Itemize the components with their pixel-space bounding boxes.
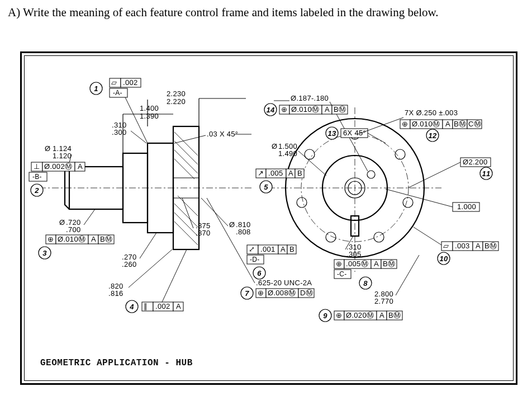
svg-text:Ø.002Ⓜ: Ø.002Ⓜ [44, 162, 72, 171]
svg-line-20 [131, 131, 146, 143]
fcf-pos-008-DM: ⊕ Ø.008Ⓜ DⓂ [256, 289, 314, 298]
svg-text:A: A [288, 169, 293, 177]
svg-text:A: A [445, 120, 450, 128]
fcf-par-002-A: ∥ .002 A [142, 302, 183, 311]
fcf-flat-002: ▱ .002 [110, 78, 141, 87]
bubble-6: 6 [257, 269, 262, 277]
dim-260-l: .260 [122, 260, 137, 268]
svg-line-2 [174, 132, 198, 155]
svg-text:▱: ▱ [443, 242, 449, 250]
svg-line-48 [162, 249, 187, 302]
dim-2770-l: 2.770 [374, 297, 393, 305]
dim-370-l: .370 [196, 229, 211, 237]
svg-line-88 [368, 133, 386, 143]
dim-808-l: .808 [236, 228, 251, 236]
svg-text:⊥: ⊥ [34, 162, 40, 171]
datum-B: -B- [32, 173, 42, 181]
fcf-runout-005-A-B: ↗ .005 A B [256, 169, 304, 178]
fcf-pos-010-A-BM-CM: ⊕ Ø.010Ⓜ A BⓂ CⓂ [400, 120, 482, 129]
svg-point-68 [374, 232, 384, 242]
bubble-12: 12 [428, 131, 437, 140]
svg-text:A: A [325, 105, 330, 114]
datum-D: -D- [250, 256, 260, 263]
fcf-total-runout-001-A-B: ⤢ .001 A B [247, 245, 296, 254]
svg-text:BⓂ: BⓂ [388, 311, 401, 319]
drawing-svg-container: 2.230 2.220 1.400 1.390 .310 .300 Ø 1.12… [28, 59, 510, 374]
dim-1124-u: Ø [45, 144, 50, 153]
bubble-13: 13 [327, 129, 336, 138]
bubble-3: 3 [42, 249, 47, 257]
dim-816-l: .816 [108, 289, 124, 298]
bubble-1: 1 [94, 84, 98, 93]
svg-text:⊕: ⊕ [336, 260, 342, 268]
svg-text:BⓂ: BⓂ [334, 105, 346, 114]
svg-text:▱: ▱ [111, 78, 117, 87]
svg-text:Ø.008Ⓜ: Ø.008Ⓜ [268, 289, 296, 297]
svg-line-39 [140, 233, 156, 258]
bubble-8: 8 [363, 279, 368, 288]
sym-dia-810: Ø [229, 220, 235, 229]
svg-text:.005Ⓜ: .005Ⓜ [346, 260, 368, 268]
svg-text:A: A [78, 162, 83, 171]
svg-text:A: A [281, 245, 286, 253]
svg-line-100 [358, 117, 403, 134]
holes-note: 7X Ø.250 ±.003 [405, 109, 458, 117]
svg-text:⊕: ⊕ [402, 120, 408, 128]
svg-text:A: A [91, 235, 96, 243]
bubble-4: 4 [129, 303, 134, 311]
dim-1390-l: 1.390 [140, 112, 159, 120]
svg-text:B: B [297, 169, 302, 177]
svg-text:Ø.010Ⓜ: Ø.010Ⓜ [58, 235, 86, 243]
svg-line-7 [174, 213, 198, 236]
dim-1120-l: 1.120 [53, 152, 72, 160]
question-text: A) Write the meaning of each feature con… [8, 6, 439, 20]
svg-text:Ø.010Ⓜ: Ø.010Ⓜ [291, 105, 319, 114]
dim-187-180: Ø.187-.180 [291, 94, 329, 102]
bubble-5: 5 [264, 183, 268, 191]
chamfer-flange-box: 6X 45° [341, 129, 368, 138]
bubble-2: 2 [34, 186, 39, 195]
svg-text:BⓂ: BⓂ [383, 260, 395, 268]
svg-text:⤢: ⤢ [249, 245, 255, 253]
sym-dia-1500: Ø [272, 142, 277, 150]
svg-line-8 [174, 222, 198, 245]
svg-line-5 [174, 159, 194, 179]
thread-note: .625-20 UNC-2A [256, 279, 312, 287]
svg-text:A: A [374, 260, 379, 268]
fcf-pos-005-A-BM: ⊕ .005Ⓜ A BⓂ [334, 260, 397, 268]
svg-line-154 [207, 198, 255, 283]
dim-1400-u: 1.400 [140, 104, 159, 112]
svg-text:⊕: ⊕ [336, 311, 342, 319]
dim-2200: Ø2.200 [463, 158, 487, 166]
svg-point-69 [326, 232, 336, 242]
svg-text:.003: .003 [455, 242, 470, 250]
svg-text:.002: .002 [123, 78, 138, 87]
fcf-pos-010-A-BM-item14: ⊕ Ø.010Ⓜ A BⓂ [279, 105, 348, 114]
svg-line-29 [84, 209, 95, 225]
svg-text:A: A [476, 242, 481, 250]
datum-A: -A- [113, 89, 122, 97]
svg-text:CⓂ: CⓂ [468, 120, 481, 128]
bubble-9: 9 [323, 312, 327, 320]
bubble-11: 11 [482, 169, 490, 178]
fcf-pos-010-A-BM-item3: ⊕ Ø.010Ⓜ A BⓂ [46, 235, 114, 244]
svg-text:∥: ∥ [144, 302, 148, 310]
svg-text:A: A [176, 302, 181, 310]
dim-2230-u: 2.230 [167, 89, 186, 98]
bubble-14: 14 [266, 106, 275, 114]
svg-text:⊕: ⊕ [48, 235, 54, 243]
svg-text:.002: .002 [155, 302, 170, 310]
fcf-flat-003-A-BM: ▱ .003 A BⓂ [441, 242, 498, 251]
svg-point-70 [297, 197, 307, 208]
chamfer-shaft-note: .03 X 45° [207, 130, 238, 138]
svg-text:BⓂ: BⓂ [454, 120, 466, 128]
fcf-pos-020-A-BM: ⊕ Ø.020Ⓜ A BⓂ [334, 311, 402, 320]
dim-300-l: .300 [112, 128, 127, 136]
drawing-svg: 2.230 2.220 1.400 1.390 .310 .300 Ø 1.12… [28, 59, 510, 374]
svg-point-72 [367, 171, 375, 178]
dim-2220-l: 2.220 [167, 97, 186, 106]
svg-line-6 [174, 204, 198, 227]
svg-text:.005: .005 [268, 169, 283, 177]
svg-text:A: A [379, 311, 384, 319]
fcf-perp-002-A: ⊥ Ø.002Ⓜ A [31, 162, 85, 171]
